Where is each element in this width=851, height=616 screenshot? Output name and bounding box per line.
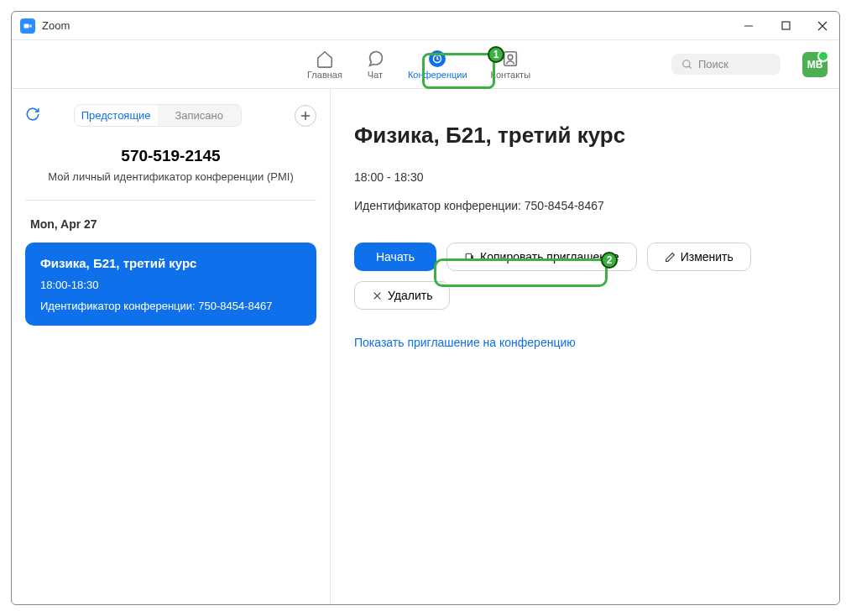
tab-upcoming[interactable]: Предстоящие [75,105,158,126]
meeting-card-time: 18:00-18:30 [40,279,301,291]
close-button[interactable] [814,18,831,34]
window-controls [740,18,831,34]
app-window: Zoom Главная Чат Конференции Контакты [11,11,840,605]
zoom-logo-icon [20,18,35,34]
svg-point-7 [509,55,514,60]
window-title: Zoom [42,19,70,32]
button-row: Начать Копировать приглашение Изменить У… [354,243,816,310]
copy-icon [464,252,475,263]
chat-icon [366,50,384,68]
edit-label: Изменить [681,250,734,264]
maximize-button[interactable] [777,18,794,34]
avatar[interactable]: МВ [802,52,828,77]
date-header: Mon, Apr 27 [25,217,316,231]
sidebar-top: Предстоящие Записано [25,104,316,127]
clock-icon [428,50,446,68]
annotation-badge-2: 2 [601,252,618,269]
svg-rect-0 [24,23,29,28]
delete-button[interactable]: Удалить [354,281,450,310]
nav-meetings[interactable]: Конференции [408,50,467,80]
svg-line-9 [689,65,692,68]
nav-chat-label: Чат [368,70,383,80]
nav-meetings-label: Конференции [408,70,467,80]
search-icon [681,59,693,70]
pmi-number: 570-519-2145 [25,147,316,165]
meeting-title: Физика, Б21, третий курс [354,123,816,149]
avatar-initials: МВ [807,59,823,70]
svg-rect-13 [466,253,472,259]
top-navigation: Главная Чат Конференции Контакты Поиск М… [12,40,839,89]
x-icon [372,290,383,301]
add-meeting-button[interactable] [295,105,316,127]
delete-label: Удалить [388,289,432,302]
search-input[interactable]: Поиск [671,54,781,75]
start-button[interactable]: Начать [354,243,436,271]
meeting-time: 18:00 - 18:30 [354,170,816,184]
pmi-label: Мой личный идентификатор конференции (PM… [25,170,316,183]
edit-button[interactable]: Изменить [647,243,751,271]
search-placeholder: Поиск [698,58,728,70]
meeting-card[interactable]: Физика, Б21, третий курс 18:00-18:30 Иде… [25,243,316,326]
svg-rect-2 [782,22,790,29]
pmi-block[interactable]: 570-519-2145 Мой личный идентификатор ко… [25,147,316,201]
meeting-id: Идентификатор конференции: 750-8454-8467 [354,199,816,212]
copy-invite-label: Копировать приглашение [480,250,619,264]
refresh-icon[interactable] [25,107,40,125]
body: Предстоящие Записано 570-519-2145 Мой ли… [12,89,839,604]
nav-home-label: Главная [307,70,342,80]
pencil-icon [665,252,676,263]
main-panel: Физика, Б21, третий курс 18:00 - 18:30 И… [331,89,839,604]
nav-chat[interactable]: Чат [366,50,384,80]
meeting-card-title: Физика, Б21, третий курс [40,256,301,270]
sidebar: Предстоящие Записано 570-519-2145 Мой ли… [12,89,331,604]
nav-contacts-label: Контакты [491,70,531,80]
home-icon [316,50,334,68]
nav-home[interactable]: Главная [307,50,342,80]
segment-control: Предстоящие Записано [74,104,242,127]
minimize-button[interactable] [740,18,757,34]
show-invite-link[interactable]: Показать приглашение на конференцию [354,336,576,349]
meeting-card-id: Идентификатор конференции: 750-8454-8467 [40,300,301,312]
titlebar: Zoom [12,12,839,40]
annotation-badge-1: 1 [488,46,504,63]
svg-point-8 [683,60,690,66]
tab-recorded[interactable]: Записано [158,105,241,126]
